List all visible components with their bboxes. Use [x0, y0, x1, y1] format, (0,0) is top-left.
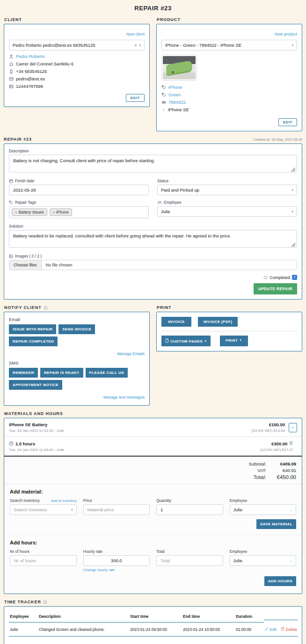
- edit-client-button[interactable]: EDIT: [126, 94, 145, 102]
- solution-label: Solution: [9, 224, 297, 229]
- hours-vat: (10,0% VAT) €27.27: [260, 448, 293, 452]
- completed-label: Completed: [270, 275, 290, 280]
- images-file-input[interactable]: Choose files No file chosen: [9, 260, 297, 270]
- col-header-employee: Employee: [9, 611, 38, 623]
- time-tracker-table: Employee Description Start time End time…: [9, 611, 297, 637]
- remove-material-button[interactable]: −: [289, 423, 297, 432]
- timer-description: Changed Screen and cleaned phone.: [38, 623, 129, 637]
- choose-files-button[interactable]: Choose files: [9, 260, 42, 270]
- nr-of-hours-input[interactable]: [10, 555, 77, 566]
- status-select[interactable]: Paid and Picked up ▾: [157, 185, 297, 195]
- add-hours-button[interactable]: ADD HOURS: [264, 576, 296, 586]
- quantity-input[interactable]: [156, 504, 223, 515]
- col-header-description: Description: [38, 611, 129, 623]
- hours-price: €300.00: [260, 441, 293, 446]
- hourly-rate-input[interactable]: [83, 555, 150, 566]
- remove-tag-icon[interactable]: ×: [53, 210, 55, 215]
- timer-start: 2023-01-24 09:50:00: [129, 623, 182, 637]
- employee-select[interactable]: Julie ▾: [157, 206, 297, 217]
- product-image[interactable]: [161, 55, 197, 81]
- hours-total-input[interactable]: [156, 555, 223, 566]
- clear-client-icon[interactable]: ×: [134, 43, 137, 48]
- product-color-link[interactable]: Green: [168, 92, 181, 97]
- hours-employee-select[interactable]: Julie ⌄: [230, 555, 297, 566]
- new-product-link[interactable]: New product: [275, 32, 297, 36]
- barcode-icon: [161, 100, 166, 105]
- print-dropdown-button[interactable]: PRINT▼: [220, 336, 248, 346]
- client-email-row: pedro@test.es: [9, 76, 145, 81]
- finish-date-input[interactable]: [9, 185, 149, 195]
- material-price-input[interactable]: [83, 504, 150, 515]
- change-hourly-rate-link[interactable]: Change hourly rate: [83, 568, 150, 572]
- repair-card: Description Battery is not charging. Con…: [4, 143, 302, 300]
- finish-date-label-row: Finish date: [9, 179, 149, 183]
- appointment-notice-button[interactable]: APPOINTMENT NOTICE: [9, 380, 62, 390]
- materials-card: iPhone SE Battery Tue, 24 Jan 2023 11:03…: [4, 418, 302, 594]
- product-brand-link[interactable]: iPhone: [168, 85, 182, 90]
- price-label: Price: [83, 498, 92, 503]
- issue-with-repair-button[interactable]: ISSUE WITH REPAIR: [9, 324, 56, 334]
- client-phone: +34 683545125: [16, 69, 47, 74]
- sms-label: SMS: [9, 360, 145, 365]
- people-icon: [157, 200, 162, 205]
- send-invoice-button[interactable]: SEND INVOICE: [58, 324, 95, 334]
- product-select-value: iPhone - Green - 7894522 - iPhone SE: [165, 43, 291, 48]
- remove-tag-icon[interactable]: ×: [15, 210, 17, 215]
- reminder-button[interactable]: REMINDER: [9, 368, 38, 378]
- chevron-down-icon: ▾: [291, 43, 293, 47]
- tag-icon: [161, 93, 166, 97]
- trash-icon[interactable]: [289, 441, 293, 446]
- save-material-button[interactable]: SAVE MATERIAL: [256, 519, 296, 529]
- product-card: New product iPhone - Green - 7894522 - i…: [156, 24, 302, 131]
- add-to-inventory-link[interactable]: Add to inventory: [51, 499, 76, 503]
- product-brand-row: iPhone: [161, 85, 297, 90]
- col-header-duration: Duration: [235, 611, 264, 623]
- manage-text-messages-link[interactable]: Manage text messages: [103, 395, 145, 400]
- add-material-heading: Add material:: [10, 489, 296, 494]
- invoice-pdf-button[interactable]: INVOICE [PDF]: [198, 317, 238, 327]
- repair-section: REPAIR #23 Created at: 30 May, 2022 08:3…: [4, 137, 302, 300]
- add-hours-form: Add hours: Nr of hours Hourly rate Chang…: [4, 535, 302, 594]
- client-email: pedro@test.es: [16, 76, 45, 81]
- edit-product-button[interactable]: EDIT: [278, 118, 297, 126]
- material-employee-select[interactable]: Julie ⌄: [230, 504, 297, 515]
- client-name-link[interactable]: Pedro Roberto: [16, 54, 45, 59]
- manage-emails-link[interactable]: Manage Emails: [117, 351, 145, 356]
- notify-section-label: NOTIFY CLIENT: [4, 305, 149, 310]
- search-inventory-label: Search inventory: [10, 498, 40, 503]
- product-serial-link[interactable]: 7894522: [168, 100, 186, 105]
- repair-is-ready-button[interactable]: REPAIR IS READY: [40, 368, 83, 378]
- repair-tags-input[interactable]: ×Battery Issues ×iPhone: [9, 206, 149, 218]
- subtotal-label: Subtotal:: [249, 461, 267, 466]
- client-phone-row: +34 683545125: [9, 69, 145, 74]
- nr-of-hours-label: Nr of hours: [10, 549, 29, 554]
- timer-actions: Edit Delete: [264, 623, 298, 637]
- delete-timer-link[interactable]: Delete: [281, 627, 297, 632]
- custom-pages-dropdown-button[interactable]: CUSTOM PAGES▼: [161, 336, 211, 346]
- update-repair-button[interactable]: UPDATE REPAIR: [254, 283, 297, 294]
- product-select[interactable]: iPhone - Green - 7894522 - iPhone SE ▾: [161, 40, 297, 50]
- description-textarea[interactable]: Battery is not charging. Consult client …: [9, 155, 297, 172]
- search-inventory-select[interactable]: Search Inventory ▾: [10, 504, 77, 515]
- solution-textarea[interactable]: Battery needed to be replaced, consulted…: [9, 230, 297, 248]
- employee-label: Employee: [230, 498, 248, 503]
- new-client-link[interactable]: New client: [126, 32, 145, 36]
- tag-icon: [161, 85, 166, 90]
- repair-completed-button[interactable]: REPAIR COMPLETED: [9, 336, 58, 346]
- home-icon: [9, 62, 14, 66]
- client-select[interactable]: Pedro Roberto pedro@test.es 683545125 × …: [9, 40, 145, 50]
- image-icon: [9, 254, 13, 258]
- please-call-us-button[interactable]: PLEASE CALL US: [86, 368, 128, 378]
- description-label: Description: [9, 149, 297, 153]
- employee-label: Employee: [230, 549, 248, 554]
- chevron-down-icon: ▾: [291, 188, 293, 192]
- vat-value: €40.91: [269, 468, 296, 473]
- completed-checkbox[interactable]: ✓: [292, 275, 297, 280]
- product-section: PRODUCT New product iPhone - Green - 789…: [156, 17, 302, 131]
- chevron-down-icon: ⌄: [290, 508, 292, 511]
- material-row: iPhone SE Battery Tue, 24 Jan 2023 11:03…: [4, 418, 302, 437]
- chevron-down-icon: ▾: [291, 210, 293, 213]
- product-section-label: PRODUCT: [157, 17, 302, 22]
- invoice-button[interactable]: INVOICE: [161, 317, 191, 327]
- edit-timer-link[interactable]: Edit: [265, 627, 277, 632]
